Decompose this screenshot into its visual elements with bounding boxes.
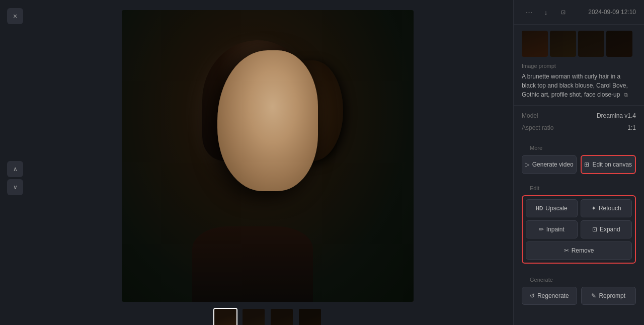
inpaint-button[interactable]: ✏ Inpaint — [526, 220, 578, 238]
retouch-icon: ✦ — [591, 205, 596, 212]
bookmark-button[interactable]: ⊡ — [556, 5, 570, 19]
nav-down-button[interactable]: ∨ — [7, 179, 23, 195]
thumb-image-4 — [299, 309, 321, 325]
chevron-down-icon: ∨ — [13, 184, 18, 191]
prompt-link-icon[interactable]: ⧉ — [624, 91, 628, 99]
panel-thumb-1[interactable] — [522, 31, 548, 57]
header-actions: ⋯ ↓ ⊡ — [522, 5, 570, 19]
edit-section: Edit HD Upscale ✦ Retouch ✏ Inpaint ⊡ Ex… — [514, 176, 644, 268]
prompt-section: Image prompt A brunette woman with curly… — [514, 61, 644, 105]
model-label: Model — [522, 112, 538, 119]
panel-thumb-img-4 — [606, 31, 632, 57]
reprompt-icon: ✎ — [591, 292, 596, 299]
prompt-text: A brunette woman with curly hair in a bl… — [522, 72, 636, 99]
panel-thumb-img-1 — [522, 31, 548, 57]
prompt-label: Image prompt — [522, 63, 636, 69]
panel-header: ⋯ ↓ ⊡ 2024-09-09 12:10 — [514, 0, 644, 25]
panel-thumb-img-3 — [578, 31, 604, 57]
upscale-icon: HD — [536, 206, 543, 211]
panel-thumb-3[interactable] — [578, 31, 604, 57]
edit-on-canvas-icon: ⊞ — [584, 161, 589, 168]
aspect-label: Aspect ratio — [522, 124, 553, 131]
panel-thumbnails — [514, 25, 644, 61]
panel-thumb-2[interactable] — [550, 31, 576, 57]
inpaint-icon: ✏ — [539, 226, 544, 233]
inpaint-label: Inpaint — [546, 226, 565, 233]
regenerate-label: Regenerate — [537, 292, 569, 299]
generate-buttons: ↺ Regenerate ✎ Reprompt — [522, 287, 636, 305]
expand-icon: ⊡ — [592, 226, 597, 233]
thumbnail-2[interactable] — [242, 308, 266, 325]
thumbnails-row — [213, 308, 322, 325]
thumbnail-4[interactable] — [298, 308, 322, 325]
main-image — [122, 10, 414, 302]
retouch-label: Retouch — [599, 205, 621, 212]
chevron-up-icon: ∧ — [13, 166, 18, 173]
regenerate-icon: ↺ — [530, 292, 535, 299]
aspect-value: 1:1 — [627, 124, 636, 131]
edit-section-label: Edit — [522, 178, 636, 195]
image-container — [30, 10, 505, 325]
upscale-button[interactable]: HD Upscale — [526, 199, 578, 217]
meta-section: Model Dreamina v1.4 Aspect ratio 1:1 — [514, 105, 644, 138]
thumb-image-1 — [214, 309, 236, 325]
regenerate-button[interactable]: ↺ Regenerate — [522, 287, 577, 305]
shoulder-area — [192, 226, 313, 302]
remove-label: Remove — [572, 247, 594, 254]
portrait-figure — [177, 40, 358, 302]
model-value: Dreamina v1.4 — [597, 112, 636, 119]
more-options-button[interactable]: ⋯ — [522, 5, 536, 19]
upscale-label: Upscale — [545, 205, 567, 212]
meta-model-row: Model Dreamina v1.4 — [522, 110, 636, 122]
nav-arrows: ∧ ∨ — [7, 161, 23, 195]
thumb-image-2 — [243, 309, 265, 325]
generate-section-label: Generate — [522, 270, 636, 287]
left-nav: × ∧ ∨ — [0, 0, 30, 325]
thumbnail-1[interactable] — [213, 308, 237, 325]
more-section: More ▷ Generate video ⊞ Edit on canvas — [514, 138, 644, 176]
thumbnail-3[interactable] — [270, 308, 294, 325]
download-button[interactable]: ↓ — [539, 5, 553, 19]
more-icon: ⋯ — [526, 9, 532, 16]
retouch-button[interactable]: ✦ Retouch — [581, 199, 632, 217]
timestamp: 2024-09-09 12:10 — [588, 9, 636, 16]
edit-on-canvas-button[interactable]: ⊞ Edit on canvas — [581, 155, 636, 174]
right-panel: ⋯ ↓ ⊡ 2024-09-09 12:10 Image prompt A — [513, 0, 644, 325]
panel-thumb-4[interactable] — [606, 31, 632, 57]
nav-up-button[interactable]: ∧ — [7, 161, 23, 177]
download-icon: ↓ — [544, 9, 548, 16]
edit-on-canvas-label: Edit on canvas — [592, 161, 632, 168]
thumb-image-3 — [271, 309, 293, 325]
bookmark-icon: ⊡ — [561, 9, 566, 16]
more-buttons: ▷ Generate video ⊞ Edit on canvas — [522, 155, 636, 174]
face-area — [217, 50, 318, 191]
more-section-label: More — [522, 138, 636, 155]
expand-label: Expand — [600, 226, 620, 233]
panel-thumb-img-2 — [550, 31, 576, 57]
generate-video-icon: ▷ — [525, 161, 529, 168]
close-button[interactable]: × — [7, 8, 23, 24]
close-icon: × — [13, 12, 17, 20]
remove-button[interactable]: ✂ Remove — [526, 241, 632, 260]
expand-button[interactable]: ⊡ Expand — [581, 220, 632, 238]
generate-video-label: Generate video — [532, 161, 574, 168]
generate-section: Generate ↺ Regenerate ✎ Reprompt — [514, 268, 644, 309]
reprompt-button[interactable]: ✎ Reprompt — [581, 287, 636, 305]
generate-video-button[interactable]: ▷ Generate video — [522, 155, 577, 174]
main-content — [30, 0, 513, 325]
edit-grid: HD Upscale ✦ Retouch ✏ Inpaint ⊡ Expand … — [522, 195, 636, 264]
reprompt-label: Reprompt — [599, 292, 625, 299]
remove-icon: ✂ — [564, 247, 569, 254]
meta-aspect-row: Aspect ratio 1:1 — [522, 122, 636, 134]
